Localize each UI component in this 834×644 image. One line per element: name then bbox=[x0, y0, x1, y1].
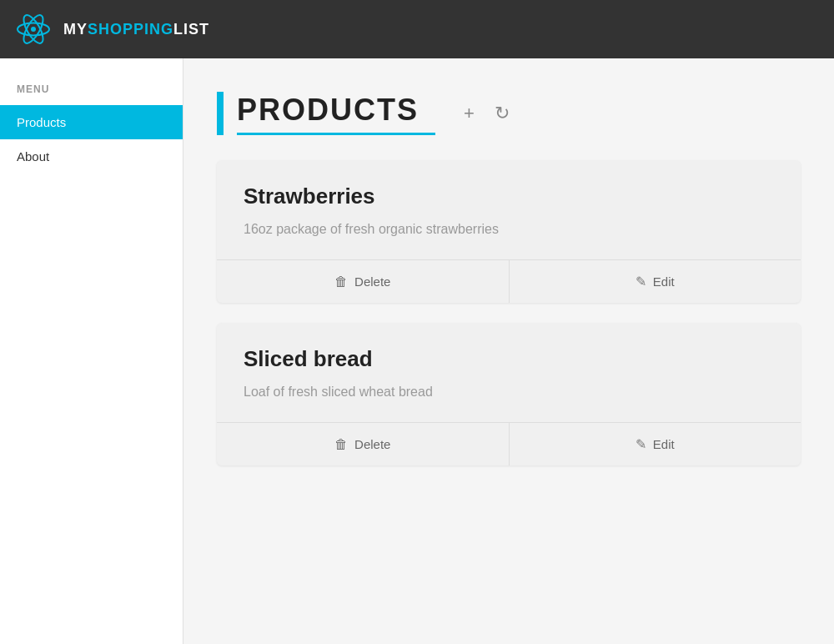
header-actions: + ↻ bbox=[460, 99, 513, 128]
page-title: PRODUCTS bbox=[237, 93, 435, 135]
product-card-actions: 🗑 Delete ✎ Edit bbox=[217, 259, 801, 303]
sidebar: MENU Products About bbox=[0, 58, 183, 644]
product-name: Sliced bread bbox=[244, 346, 774, 372]
plus-icon: + bbox=[464, 103, 475, 124]
products-list: Strawberries 16oz package of fresh organ… bbox=[217, 160, 801, 465]
add-product-button[interactable]: + bbox=[460, 99, 478, 128]
edit-label: Edit bbox=[653, 274, 675, 289]
edit-icon: ✎ bbox=[636, 274, 646, 289]
edit-icon: ✎ bbox=[636, 436, 646, 452]
product-card-body: Strawberries 16oz package of fresh organ… bbox=[217, 160, 801, 259]
delete-label: Delete bbox=[354, 274, 390, 289]
app-header: MYSHOPPINGLIST bbox=[0, 0, 834, 58]
sidebar-item-products[interactable]: Products bbox=[0, 105, 183, 139]
product-card-body: Sliced bread Loaf of fresh sliced wheat … bbox=[217, 323, 801, 422]
title-suffix: LIST bbox=[173, 21, 209, 38]
title-highlight: SHOPPING bbox=[88, 21, 173, 38]
delete-label: Delete bbox=[354, 437, 390, 451]
edit-product-button[interactable]: ✎ Edit bbox=[509, 260, 801, 303]
refresh-button[interactable]: ↻ bbox=[491, 99, 513, 128]
refresh-icon: ↻ bbox=[495, 103, 510, 124]
product-card: Strawberries 16oz package of fresh organ… bbox=[217, 160, 801, 303]
react-logo-icon bbox=[17, 13, 50, 46]
svg-point-3 bbox=[31, 27, 36, 32]
edit-product-button[interactable]: ✎ Edit bbox=[509, 423, 801, 465]
trash-icon: 🗑 bbox=[334, 437, 348, 452]
page-title-bar: PRODUCTS bbox=[217, 92, 435, 135]
product-name: Strawberries bbox=[244, 184, 774, 209]
title-accent-bar bbox=[217, 92, 224, 135]
product-description: Loaf of fresh sliced wheat bread bbox=[244, 382, 774, 402]
delete-product-button[interactable]: 🗑 Delete bbox=[217, 260, 509, 303]
trash-icon: 🗑 bbox=[334, 274, 348, 289]
edit-label: Edit bbox=[653, 437, 675, 451]
title-prefix: MY bbox=[63, 21, 88, 38]
app-title: MYSHOPPINGLIST bbox=[63, 21, 209, 38]
sidebar-item-about[interactable]: About bbox=[0, 139, 183, 174]
main-layout: MENU Products About PRODUCTS + ↻ bbox=[0, 58, 834, 644]
product-description: 16oz package of fresh organic strawberri… bbox=[244, 219, 774, 239]
delete-product-button[interactable]: 🗑 Delete bbox=[217, 423, 509, 465]
page-header: PRODUCTS + ↻ bbox=[217, 92, 801, 135]
menu-label: MENU bbox=[0, 83, 183, 105]
main-content: PRODUCTS + ↻ Strawberries 16oz package o… bbox=[183, 58, 834, 644]
product-card-actions: 🗑 Delete ✎ Edit bbox=[217, 422, 801, 465]
product-card: Sliced bread Loaf of fresh sliced wheat … bbox=[217, 323, 801, 465]
